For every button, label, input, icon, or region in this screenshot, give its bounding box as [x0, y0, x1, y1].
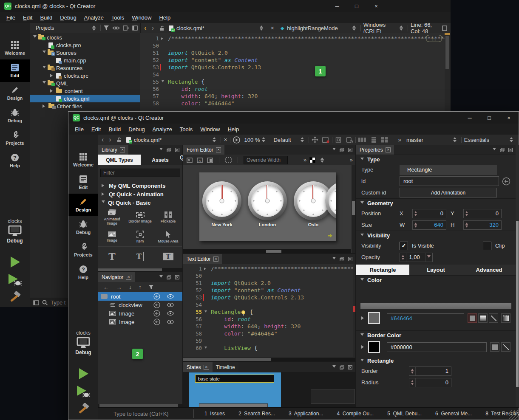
minimize-button[interactable]: ─ [460, 112, 479, 124]
mode-design[interactable]: Design [0, 82, 30, 104]
menu-build[interactable]: Build [105, 125, 125, 134]
opacity-spinbox[interactable]: 1,00 [400, 253, 433, 262]
texteditor-hscrollbar[interactable] [183, 358, 355, 361]
overflow-chevrons-icon[interactable]: » [398, 136, 401, 143]
open-file-name[interactable]: clocks.qml* [134, 137, 162, 143]
branch-dropdown-icon[interactable] [453, 135, 457, 144]
tree-row-clocks-qml[interactable]: clocks.qml [30, 95, 140, 102]
perspective-selector[interactable]: Essentials [464, 137, 489, 143]
close-button[interactable]: × [366, 0, 386, 12]
mode-projects[interactable]: Projects [68, 239, 98, 261]
float-pane-icon[interactable] [500, 148, 505, 152]
tree-row-clocks-pro[interactable]: clocks.pro [30, 41, 140, 49]
add-annotation-button[interactable]: Add Annotation [400, 188, 497, 197]
tab-layout[interactable]: Layout [409, 265, 462, 275]
perspective-dropdown-icon[interactable] [510, 135, 513, 144]
menu-debug[interactable]: Debug [56, 13, 80, 22]
menu-help[interactable]: Help [224, 125, 243, 134]
tree-row-qml[interactable]: QML [30, 79, 140, 87]
tab-rectangle[interactable]: Rectangle [356, 265, 409, 275]
component-text[interactable]: T [98, 247, 126, 266]
pane-menu-icon[interactable] [332, 148, 336, 152]
menu-tools[interactable]: Tools [176, 125, 196, 134]
radius-spinbox[interactable]: 0 [409, 378, 451, 387]
add-state-placeholder[interactable] [311, 389, 355, 404]
refresh-frame-icon[interactable] [346, 137, 353, 143]
close-pane-icon[interactable] [132, 25, 138, 31]
mode-help[interactable]: ? Help [0, 149, 30, 172]
pane-menu-icon[interactable] [332, 257, 336, 261]
mode-design[interactable]: Design [68, 194, 98, 216]
pane-dropdown-icon[interactable] [92, 24, 96, 32]
mode-edit[interactable]: Edit [68, 171, 98, 194]
output-pane-search[interactable]: 2 Search Res... [233, 411, 281, 417]
close-button[interactable]: × [499, 112, 519, 124]
section-color[interactable]: Color [356, 275, 516, 285]
clock-london[interactable] [248, 181, 287, 220]
mode-edit[interactable]: Edit [0, 59, 30, 82]
component-border-image[interactable]: Border Image [126, 208, 154, 227]
close-tab-icon[interactable]: ✕ [216, 147, 221, 152]
base-state-card[interactable]: base state [189, 372, 281, 408]
float-pane-icon[interactable] [167, 275, 171, 279]
style-dropdown-icon[interactable] [301, 135, 304, 144]
encoding-dropdown-icon[interactable] [400, 24, 403, 32]
nav-right-icon[interactable]: → [116, 284, 122, 290]
symbol-dropdown-icon[interactable] [352, 24, 356, 32]
menu-edit[interactable]: Edit [88, 125, 105, 134]
is-visible-checkbox[interactable]: ✓ [400, 242, 408, 250]
component-item[interactable]: Item [126, 227, 154, 247]
nav-left-icon[interactable]: ← [103, 284, 109, 290]
library-tab[interactable]: Library✕ [98, 145, 128, 155]
mode-projects[interactable]: Projects [0, 127, 30, 149]
tab-overflow[interactable]: Q [180, 155, 183, 165]
export-icon[interactable] [153, 293, 160, 300]
menu-tools[interactable]: Tools [108, 13, 128, 22]
close-tab-icon[interactable]: ✕ [386, 147, 391, 152]
menu-window[interactable]: Window [196, 125, 224, 134]
pane-menu-icon[interactable] [332, 365, 336, 369]
pane-menu-icon[interactable] [159, 275, 163, 279]
visibility-eye-icon[interactable] [167, 303, 174, 307]
close-pane-icon[interactable] [508, 148, 513, 152]
navigator-row-clockview[interactable]: clockview [98, 301, 182, 309]
output-pane-issues[interactable]: 1 Issues [199, 411, 230, 417]
border-spinbox[interactable]: 1 [409, 366, 451, 376]
encoding-selector[interactable]: Windows (CRLF) [363, 22, 396, 34]
pane-menu-icon[interactable] [493, 148, 496, 152]
mode-debug[interactable]: Debug [0, 104, 30, 127]
zoom-level[interactable]: 100 % [244, 137, 260, 143]
no-anchor-icon[interactable] [186, 157, 193, 163]
float-pane-icon[interactable] [340, 148, 344, 152]
border-color-expander[interactable] [361, 345, 366, 349]
mode-welcome[interactable]: Welcome [68, 149, 98, 171]
float-pane-icon[interactable] [167, 148, 171, 152]
form-canvas-area[interactable]: New York London Oslo [183, 165, 351, 249]
tab-qml-types[interactable]: QML Types [98, 155, 141, 165]
override-width-input[interactable] [244, 156, 288, 164]
nav-back-icon[interactable]: ‹ [102, 136, 104, 144]
library-section-basic[interactable]: Qt Quick - Basic [98, 198, 182, 207]
transparent-color-button[interactable] [489, 313, 498, 323]
solid-color-button[interactable] [468, 313, 477, 323]
output-pane-application[interactable]: 3 Application... [283, 411, 329, 417]
menu-edit[interactable]: Edit [19, 13, 36, 22]
close-pane-icon[interactable] [175, 275, 179, 279]
tree-row-other-files[interactable]: Other files [30, 102, 140, 110]
live-preview-icon[interactable] [233, 136, 240, 144]
properties-scrollbar[interactable] [516, 145, 519, 408]
debug-run-button[interactable] [76, 385, 91, 398]
float-pane-icon[interactable] [340, 365, 344, 369]
border-transparent-button[interactable] [501, 342, 510, 352]
y-spinbox[interactable]: 0 [463, 209, 502, 218]
hint-lightbulb-icon[interactable] [241, 310, 245, 314]
border-hex-field[interactable]: #000000 [387, 342, 487, 352]
export-icon[interactable] [153, 310, 160, 317]
zoom-dropdown-icon[interactable] [262, 135, 265, 144]
menu-help[interactable]: Help [155, 13, 174, 22]
navigator-row-root[interactable]: root [98, 292, 182, 301]
split-add-icon[interactable] [123, 25, 129, 31]
text-editor-tab[interactable]: Text Editor✕ [183, 254, 222, 264]
navigator-tab[interactable]: Navigator✕ [98, 272, 135, 282]
close-tab-icon[interactable]: ✕ [120, 147, 125, 152]
